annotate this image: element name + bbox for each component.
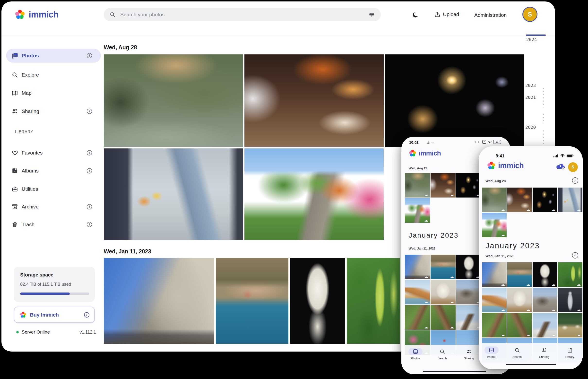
- photo-fireworks[interactable]: [385, 54, 524, 147]
- photo-coastal[interactable]: [216, 258, 288, 344]
- upload-button[interactable]: Upload: [434, 11, 459, 17]
- photo-castle[interactable]: [405, 255, 430, 279]
- info-icon[interactable]: [84, 312, 89, 317]
- photo-berries[interactable]: [558, 262, 582, 287]
- photo-bust[interactable]: [456, 255, 481, 279]
- immich-flower-icon: [487, 161, 496, 170]
- photo-dinner[interactable]: [507, 188, 532, 212]
- nav-tab-search[interactable]: Search: [431, 348, 453, 360]
- sidebar-item-photos[interactable]: Photos: [6, 48, 101, 63]
- active-tab-pill: [408, 348, 423, 355]
- photo-castle[interactable]: [104, 258, 214, 344]
- search-filter-icon[interactable]: [369, 11, 375, 18]
- photo-fireworks[interactable]: [533, 188, 557, 212]
- photo-ornament[interactable]: [558, 288, 582, 312]
- avatar-initial: S: [572, 165, 574, 170]
- photo-monkeys[interactable]: [104, 54, 243, 147]
- nav-tab-library[interactable]: Library: [559, 347, 581, 359]
- photo-fireworks[interactable]: [456, 173, 481, 198]
- photo-autumn[interactable]: [482, 213, 507, 237]
- info-icon[interactable]: [87, 222, 92, 227]
- phone-status-icons-right: ᛒ ☾ × 97: [474, 140, 501, 144]
- sidebar-item-favorites[interactable]: Favorites: [6, 146, 101, 160]
- photo-beach[interactable]: [482, 288, 507, 312]
- phone-thumb-row: [482, 313, 582, 337]
- active-tab-pill: [484, 347, 499, 354]
- nav-tab-sharing[interactable]: Sharing: [458, 348, 480, 360]
- buy-immich-button[interactable]: Buy Immich: [14, 307, 95, 323]
- storage-widget: Storage space 82.4 TiB of 115.1 TiB used: [14, 267, 95, 302]
- timeline-year[interactable]: 2023: [525, 83, 536, 88]
- search-input[interactable]: [120, 11, 364, 18]
- battery-icon: [567, 154, 574, 158]
- photo-bust[interactable]: [533, 262, 557, 287]
- sidebar-item-label: Explore: [22, 72, 39, 78]
- photo-hands[interactable]: [558, 188, 582, 212]
- photo-autumn[interactable]: [405, 198, 430, 223]
- nav-tab-sharing[interactable]: Sharing: [533, 347, 555, 359]
- photo-ruins[interactable]: [456, 280, 481, 304]
- photo-berries[interactable]: [347, 258, 400, 344]
- photo-bust[interactable]: [290, 258, 345, 344]
- search-bar[interactable]: [104, 8, 381, 21]
- photo-coastal[interactable]: [430, 255, 456, 279]
- dark-mode-toggle[interactable]: [412, 11, 419, 18]
- sidebar-item-explore[interactable]: Explore: [6, 68, 101, 82]
- select-all-check-icon[interactable]: [572, 252, 578, 258]
- heart-icon: [11, 149, 18, 156]
- sidebar-item-sharing[interactable]: Sharing: [6, 104, 101, 118]
- timeline-year[interactable]: 2021: [525, 95, 536, 100]
- sidebar-item-map[interactable]: Map: [6, 86, 101, 100]
- info-icon[interactable]: [87, 204, 92, 209]
- app-logo[interactable]: immich: [15, 9, 59, 20]
- photo-hands[interactable]: [104, 148, 243, 240]
- user-avatar[interactable]: S: [522, 7, 538, 22]
- administration-label: Administration: [474, 12, 507, 18]
- photo-whiterock[interactable]: [430, 280, 456, 304]
- sidebar-item-archive[interactable]: Archive: [6, 200, 101, 214]
- nav-tab-label: Library: [559, 355, 581, 359]
- nav-tab-label: Photos: [405, 357, 427, 360]
- no-sim-icon: ×: [482, 140, 486, 143]
- user-avatar[interactable]: S: [568, 162, 578, 172]
- toolbox-icon: [11, 186, 18, 192]
- info-icon[interactable]: [87, 53, 92, 58]
- photo-monkeys[interactable]: [405, 173, 430, 198]
- sidebar-item-albums[interactable]: Albums: [6, 164, 101, 178]
- photo-coastal[interactable]: [507, 262, 532, 287]
- photo-lizard1[interactable]: [405, 305, 430, 330]
- photo-beach[interactable]: [405, 280, 430, 304]
- photo-alpine[interactable]: [558, 313, 582, 337]
- photo-lizard2[interactable]: [430, 305, 456, 330]
- nav-tab-photos[interactable]: Photos: [481, 347, 503, 359]
- timeline-position-marker[interactable]: [526, 34, 546, 36]
- info-icon[interactable]: [87, 150, 92, 156]
- photo-lizard2[interactable]: [507, 313, 532, 337]
- info-icon[interactable]: [87, 109, 92, 114]
- photo-castle[interactable]: [482, 262, 507, 287]
- administration-link[interactable]: Administration: [474, 12, 507, 18]
- photo-ruins[interactable]: [533, 288, 557, 312]
- online-status-dot: [16, 331, 19, 333]
- select-all-check-icon[interactable]: [572, 177, 578, 184]
- nav-tab-search[interactable]: Search: [506, 347, 528, 359]
- month-header: January 2023: [409, 232, 459, 239]
- nav-tab-label: Sharing: [533, 355, 555, 359]
- nav-tab-photos[interactable]: Photos: [405, 348, 427, 360]
- phone-date-header: Wed, Jan 11, 2023: [485, 254, 514, 258]
- photo-dinner[interactable]: [244, 54, 384, 147]
- photo-monkeys[interactable]: [482, 188, 507, 212]
- photo-autumn[interactable]: [244, 148, 384, 240]
- info-icon[interactable]: [87, 168, 92, 174]
- photo-church[interactable]: [533, 313, 557, 337]
- backup-cloud-icon[interactable]: [556, 163, 566, 171]
- photo-lizard1[interactable]: [482, 313, 507, 337]
- photo-whiterock[interactable]: [507, 288, 532, 312]
- photo-church[interactable]: [456, 305, 481, 330]
- sidebar-item-trash[interactable]: Trash: [6, 218, 101, 232]
- timeline-year-current[interactable]: 2024: [526, 37, 537, 42]
- phone-thumb-row: [405, 198, 430, 223]
- timeline-year[interactable]: 2020: [525, 125, 536, 130]
- photo-dinner[interactable]: [430, 173, 456, 198]
- sidebar-item-utilities[interactable]: Utilities: [6, 182, 101, 196]
